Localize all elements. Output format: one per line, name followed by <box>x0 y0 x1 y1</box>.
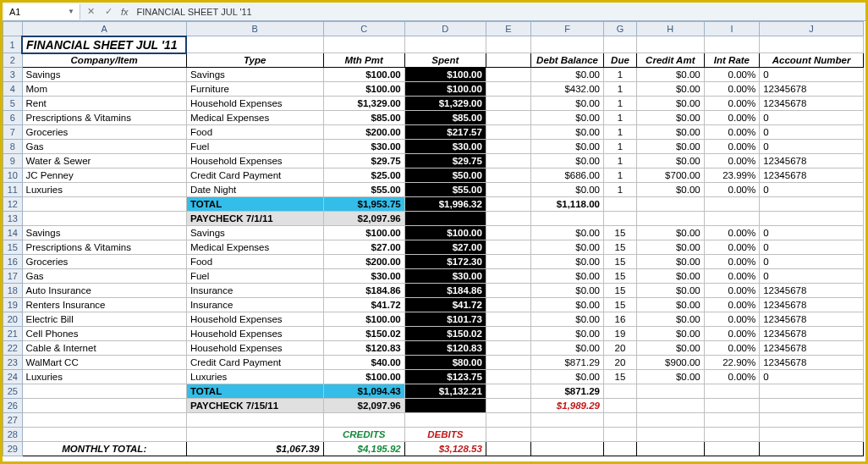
company-item[interactable]: WalMart CC <box>22 356 186 370</box>
cell[interactable] <box>186 428 323 442</box>
col-header-C[interactable]: C <box>323 22 404 36</box>
cell[interactable] <box>486 413 530 428</box>
cell[interactable] <box>760 428 864 442</box>
cell[interactable] <box>531 36 604 53</box>
header-F[interactable]: Debt Balance <box>531 53 604 68</box>
mth-pmt[interactable]: $100.00 <box>323 68 404 82</box>
type[interactable]: Medical Expenses <box>186 240 323 255</box>
account-number[interactable]: 12345678 <box>760 327 864 341</box>
cell[interactable] <box>704 413 759 428</box>
debt-balance[interactable]: $686.00 <box>531 168 604 183</box>
company-item[interactable]: Savings <box>22 226 186 240</box>
cell[interactable] <box>486 97 530 111</box>
row-header-8[interactable]: 8 <box>3 140 23 154</box>
cell[interactable] <box>604 442 637 456</box>
row-header-14[interactable]: 14 <box>3 226 23 240</box>
cell[interactable] <box>760 399 864 413</box>
type[interactable]: Fuel <box>186 269 323 284</box>
company-item[interactable]: Luxuries <box>22 183 186 197</box>
type[interactable]: Household Expenses <box>186 154 323 168</box>
cell[interactable] <box>22 413 186 428</box>
fx-icon[interactable]: fx <box>118 7 132 17</box>
cell[interactable] <box>404 413 486 428</box>
company-item[interactable]: Gas <box>22 140 186 154</box>
cell[interactable] <box>486 284 530 298</box>
cell[interactable] <box>323 36 404 53</box>
spent[interactable]: $100.00 <box>404 82 486 97</box>
mth-pmt[interactable]: $41.72 <box>323 298 404 312</box>
cell[interactable] <box>486 255 530 269</box>
company-item[interactable]: Electric Bill <box>22 312 186 327</box>
credit-amt[interactable]: $0.00 <box>636 183 704 197</box>
debt-balance[interactable]: $0.00 <box>531 97 604 111</box>
credit-amt[interactable]: $900.00 <box>636 356 704 370</box>
account-number[interactable]: 12345678 <box>760 312 864 327</box>
paycheck-label[interactable]: PAYCHECK 7/1/11 <box>186 212 323 226</box>
spent[interactable]: $101.73 <box>404 312 486 327</box>
col-header-H[interactable]: H <box>636 22 704 36</box>
int-rate[interactable]: 0.00% <box>704 327 759 341</box>
due[interactable]: 15 <box>604 298 637 312</box>
mth-pmt[interactable]: $40.00 <box>323 356 404 370</box>
col-header-D[interactable]: D <box>404 22 486 36</box>
due[interactable]: 1 <box>604 82 637 97</box>
cell[interactable] <box>531 442 604 456</box>
account-number[interactable]: 12345678 <box>760 97 864 111</box>
cell[interactable] <box>531 428 604 442</box>
total-spent[interactable]: $1,996.32 <box>404 197 486 212</box>
company-item[interactable]: Groceries <box>22 125 186 140</box>
total-mth[interactable]: $1,094.43 <box>323 384 404 399</box>
mth-pmt[interactable]: $120.83 <box>323 341 404 356</box>
due[interactable]: 1 <box>604 140 637 154</box>
type[interactable]: Furniture <box>186 82 323 97</box>
cell[interactable] <box>486 370 530 384</box>
cell[interactable] <box>636 212 704 226</box>
cell[interactable] <box>604 399 637 413</box>
cell[interactable] <box>636 399 704 413</box>
debt-balance[interactable]: $0.00 <box>531 240 604 255</box>
int-rate[interactable]: 0.00% <box>704 370 759 384</box>
debt-balance[interactable]: $871.29 <box>531 356 604 370</box>
mth-pmt[interactable]: $25.00 <box>323 168 404 183</box>
header-J[interactable]: Account Number <box>760 53 864 68</box>
row-header-9[interactable]: 9 <box>3 154 23 168</box>
spent[interactable]: $30.00 <box>404 140 486 154</box>
row-header-6[interactable]: 6 <box>3 111 23 125</box>
type[interactable]: Household Expenses <box>186 97 323 111</box>
credit-amt[interactable]: $0.00 <box>636 341 704 356</box>
monthly-total-label[interactable]: MONTHLY TOTAL: <box>22 442 186 456</box>
due[interactable]: 1 <box>604 183 637 197</box>
col-header-I[interactable]: I <box>704 22 759 36</box>
debt-balance[interactable]: $0.00 <box>531 312 604 327</box>
cell[interactable] <box>760 384 864 399</box>
account-number[interactable]: 0 <box>760 111 864 125</box>
mth-pmt[interactable]: $27.00 <box>323 240 404 255</box>
account-number[interactable]: 12345678 <box>760 82 864 97</box>
header-D[interactable]: Spent <box>404 53 486 68</box>
total-label[interactable]: TOTAL <box>186 197 323 212</box>
mth-pmt[interactable]: $200.00 <box>323 125 404 140</box>
account-number[interactable]: 12345678 <box>760 284 864 298</box>
credit-amt[interactable]: $0.00 <box>636 370 704 384</box>
company-item[interactable]: JC Penney <box>22 168 186 183</box>
row-header-10[interactable]: 10 <box>3 168 23 183</box>
row-header-22[interactable]: 22 <box>3 341 23 356</box>
cell[interactable] <box>704 197 759 212</box>
paycheck-f[interactable]: $1,989.29 <box>531 399 604 413</box>
cell[interactable] <box>704 36 759 53</box>
paycheck-label[interactable]: PAYCHECK 7/15/11 <box>186 399 323 413</box>
due[interactable]: 1 <box>604 68 637 82</box>
account-number[interactable]: 12345678 <box>760 168 864 183</box>
spent[interactable]: $50.00 <box>404 168 486 183</box>
cell[interactable] <box>486 82 530 97</box>
mth-pmt[interactable]: $184.86 <box>323 284 404 298</box>
account-number[interactable]: 12345678 <box>760 341 864 356</box>
mth-pmt[interactable]: $200.00 <box>323 255 404 269</box>
cell[interactable] <box>404 36 486 53</box>
row-header-11[interactable]: 11 <box>3 183 23 197</box>
credit-amt[interactable]: $0.00 <box>636 240 704 255</box>
row-header-25[interactable]: 25 <box>3 384 23 399</box>
cell[interactable] <box>604 428 637 442</box>
cell[interactable] <box>486 240 530 255</box>
company-item[interactable]: Rent <box>22 97 186 111</box>
